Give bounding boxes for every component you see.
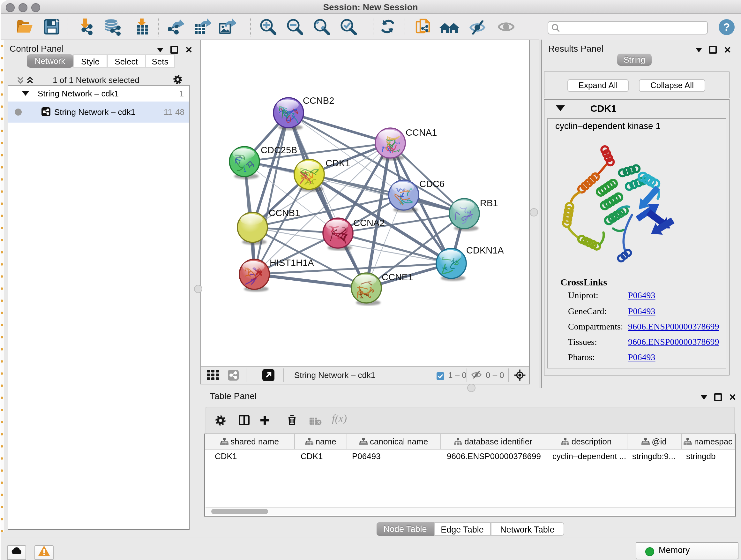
svg-text:HIST1H1A: HIST1H1A bbox=[270, 258, 314, 268]
svg-text:CDK1: CDK1 bbox=[326, 158, 350, 168]
svg-text:RB1: RB1 bbox=[480, 198, 498, 208]
svg-text:CCNA2: CCNA2 bbox=[353, 218, 385, 228]
svg-text:CDC25B: CDC25B bbox=[261, 145, 297, 155]
svg-text:CCNB2: CCNB2 bbox=[303, 96, 334, 106]
svg-text:CCNA1: CCNA1 bbox=[406, 127, 437, 138]
svg-text:CDC6: CDC6 bbox=[419, 179, 445, 189]
svg-text:CCNE1: CCNE1 bbox=[382, 272, 413, 282]
svg-text:CCNB1: CCNB1 bbox=[269, 208, 300, 218]
svg-text:CDKN1A: CDKN1A bbox=[466, 245, 504, 255]
